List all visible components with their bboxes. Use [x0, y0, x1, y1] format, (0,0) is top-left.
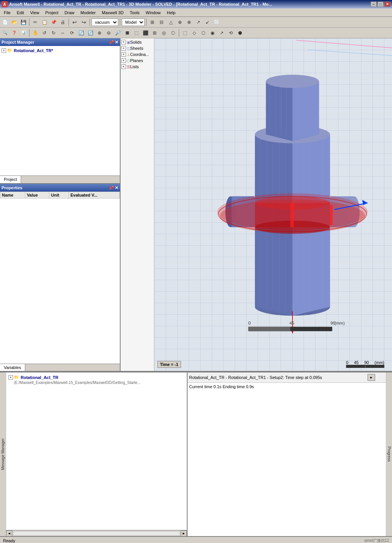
tb2-btn-18[interactable]: ◎ — [160, 29, 168, 37]
message-manager-side-label: Message Manager — [0, 372, 6, 536]
tb2-btn-13[interactable]: 🔎 — [114, 29, 122, 37]
tb2-draw-2[interactable]: ◇ — [190, 29, 198, 37]
material-dropdown[interactable]: vacuum — [91, 18, 118, 26]
svg-rect-49 — [248, 327, 290, 331]
menu-project[interactable]: Project — [42, 10, 61, 16]
tb2-btn-12[interactable]: ⊖ — [105, 29, 113, 37]
svg-text:45: 45 — [289, 321, 294, 325]
variables-tab[interactable]: Variables — [0, 364, 25, 371]
project-manager-content: + 📁 Rotational_Act_TR* — [0, 46, 120, 176]
tb-btn-4[interactable]: ⊕ — [176, 18, 184, 26]
tb2-btn-17[interactable]: ⊞ — [150, 29, 159, 37]
project-manager-close-icon[interactable]: ✕ — [115, 40, 118, 45]
svg-point-30 — [266, 75, 318, 88]
properties-close-icon[interactable]: ✕ — [115, 185, 118, 190]
tb-btn-3[interactable]: △ — [167, 18, 175, 26]
tb2-draw-1[interactable]: ⬚ — [181, 29, 189, 37]
tb2-draw-5[interactable]: ↗ — [217, 29, 226, 37]
status-ready: Ready — [3, 538, 15, 543]
tb2-btn-7[interactable]: ↔ — [59, 29, 67, 37]
cut-button[interactable]: ✂ — [31, 18, 39, 26]
tb-btn-1[interactable]: ⊞ — [148, 18, 157, 26]
expand-coordinates[interactable]: + — [121, 52, 126, 57]
tb2-btn-4[interactable]: ✋ — [31, 29, 39, 37]
upper-section: Properties Project Manager 📌 ✕ + 📁 Rotat… — [0, 38, 392, 372]
tree-lists[interactable]: + ☰ Lists — [121, 64, 153, 70]
tb2-btn-8[interactable]: ⟳ — [68, 29, 76, 37]
tb2-btn-19[interactable]: ⬡ — [169, 29, 177, 37]
project-manager-pin[interactable]: 📌 — [109, 40, 114, 45]
title-bar: A Ansoft Maxwell - Rotational_Act_TR - R… — [0, 0, 392, 8]
message-manager-panel: Message Manager + 📁 Rotational_Act_TR (E… — [0, 372, 188, 536]
project-tree-root[interactable]: + 📁 Rotational_Act_TR* — [2, 48, 118, 53]
tb-btn-5[interactable]: ⊗ — [185, 18, 193, 26]
tb2-btn-10[interactable]: 🔃 — [86, 29, 95, 37]
tb2-btn-11[interactable]: ⊕ — [95, 29, 104, 37]
menu-file[interactable]: File — [1, 10, 14, 16]
expand-lists[interactable]: + — [121, 64, 126, 69]
tb2-btn-15[interactable]: ⬚ — [132, 29, 140, 37]
tb2-btn-1[interactable]: 🔍 — [1, 29, 9, 37]
tb2-draw-3[interactable]: ⬡ — [199, 29, 207, 37]
print-button[interactable]: 🖨 — [59, 18, 67, 26]
tree-coordinates[interactable]: + ⊥ Coordina... — [121, 51, 153, 57]
viewport-right-panel: + ▣ Solids + ◫ Sheets + ⊥ Coordina... + … — [121, 38, 392, 371]
tb2-btn-16[interactable]: ⬛ — [141, 29, 150, 37]
menu-tools[interactable]: Tools — [127, 10, 143, 16]
project-tab[interactable]: Project — [0, 176, 21, 183]
scroll-left-btn[interactable]: ◄ — [6, 530, 12, 536]
tb2-btn-14[interactable]: 🔳 — [123, 29, 131, 37]
sep2-1 — [29, 29, 29, 37]
col-unit: Unit — [49, 192, 69, 198]
menu-draw[interactable]: Draw — [62, 10, 78, 16]
maximize-button[interactable]: □ — [377, 2, 384, 7]
message-tree-item[interactable]: + 📁 Rotational_Act_TR — [8, 374, 185, 381]
tree-planes[interactable]: + ⬡ Planes — [121, 57, 153, 64]
menu-view[interactable]: View — [27, 10, 42, 16]
tree-solids[interactable]: + ▣ Solids — [121, 39, 153, 45]
tree-expand-message[interactable]: + — [8, 375, 13, 380]
new-button[interactable]: 📄 — [1, 18, 9, 26]
tb2-btn-2[interactable]: ❓ — [10, 29, 18, 37]
save-button[interactable]: 💾 — [19, 18, 28, 26]
paste-button[interactable]: 📌 — [49, 18, 58, 26]
mode-dropdown[interactable]: Model — [122, 18, 145, 26]
minimize-button[interactable]: − — [371, 2, 377, 7]
scale-start: 0 — [346, 360, 348, 365]
tb2-draw-6[interactable]: ⟲ — [227, 29, 235, 37]
tb-btn-8[interactable]: ⬜ — [212, 18, 221, 26]
menu-help[interactable]: Help — [164, 10, 179, 16]
tb2-draw-7[interactable]: ⬢ — [236, 29, 244, 37]
tb-btn-2[interactable]: ⊟ — [157, 18, 166, 26]
progress-play-btn[interactable]: ► — [368, 374, 375, 381]
scale-end: 90 — [364, 360, 369, 365]
tb2-btn-6[interactable]: ↻ — [49, 29, 58, 37]
scroll-track[interactable] — [13, 531, 180, 536]
scroll-right-btn[interactable]: ► — [181, 530, 187, 536]
message-manager-inner: + 📁 Rotational_Act_TR (E:/Maxwell_Exampl… — [6, 372, 187, 536]
col-name: Name — [0, 192, 25, 198]
viewport[interactable]: 0 45 90 (mm) Time = -1 0 45 90 (mm) — [154, 38, 392, 371]
tree-expand-root[interactable]: + — [2, 48, 6, 53]
expand-solids[interactable]: + — [121, 40, 126, 44]
expand-sheets[interactable]: + — [121, 46, 126, 51]
close-button[interactable]: ✕ — [384, 2, 390, 7]
tb-btn-6[interactable]: ↗ — [194, 18, 203, 26]
tb2-btn-9[interactable]: 🔄 — [77, 29, 85, 37]
tb2-draw-4[interactable]: ◉ — [208, 29, 217, 37]
menu-window[interactable]: Window — [143, 10, 164, 16]
undo-button[interactable]: ↩ — [70, 18, 79, 26]
expand-planes[interactable]: + — [121, 58, 126, 63]
redo-button[interactable]: ↪ — [80, 18, 88, 26]
menu-edit[interactable]: Edit — [14, 10, 27, 16]
menu-modeler[interactable]: Modeler — [77, 10, 99, 16]
tb2-btn-5[interactable]: ↺ — [40, 29, 49, 37]
open-button[interactable]: 📂 — [10, 18, 18, 26]
tb-btn-7[interactable]: ↙ — [203, 18, 212, 26]
tree-sheets[interactable]: + ◫ Sheets — [121, 45, 153, 51]
time-info-text: Current time 0.1s Ending time 0.9s — [189, 384, 254, 389]
tb2-btn-3[interactable]: 📊 — [19, 29, 28, 37]
copy-button[interactable]: 📋 — [40, 18, 49, 26]
menu-maxwell3d[interactable]: Maxwell 3D — [99, 10, 127, 16]
properties-pin-icon[interactable]: 📌 — [109, 185, 114, 190]
